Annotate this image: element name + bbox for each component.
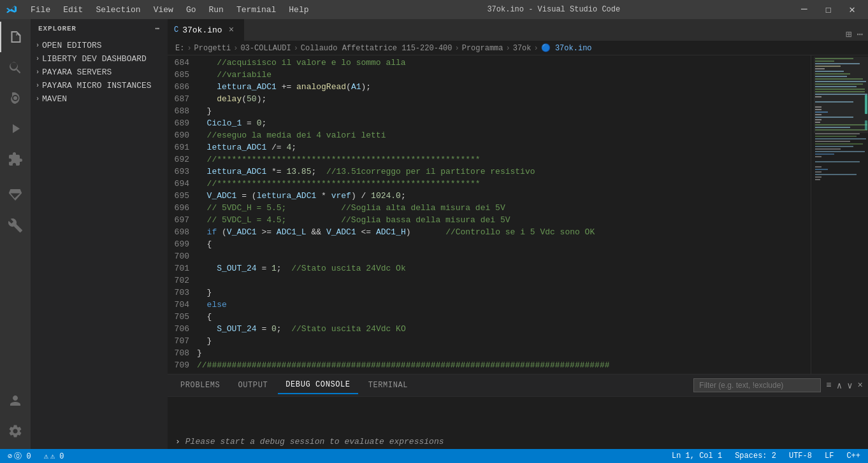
arrow-icon: › (36, 55, 40, 62)
sidebar: EXPLORER ⋯ › OPEN EDITORS › LIBERTY DEV … (31, 19, 168, 449)
svg-rect-35 (815, 153, 834, 155)
sidebar-item-liberty[interactable]: › LIBERTY DEV DASHBOARD (31, 52, 168, 66)
sidebar-item-source-control[interactable] (0, 83, 31, 113)
window-controls: ─ ☐ ✕ (793, 0, 863, 19)
code-line-708: } (194, 347, 811, 359)
more-tabs-icon[interactable]: ⋯ (857, 28, 863, 41)
sidebar-item-search[interactable] (0, 52, 31, 83)
menu-view[interactable]: View (148, 3, 178, 17)
code-content[interactable]: //acquisisco il valore e lo sommo alla /… (194, 55, 811, 374)
sidebar-item-testing[interactable] (0, 180, 31, 210)
status-left: ⊘ ⓪ 0 ⚠ ⚠ 0 (5, 451, 67, 462)
sidebar-item-payara-servers[interactable]: › PAYARA SERVERS (31, 66, 168, 79)
panel-tab-output[interactable]: OUTPUT (230, 377, 275, 394)
menu-terminal[interactable]: Terminal (231, 3, 281, 17)
sidebar-item-payara-micro[interactable]: › PAYARA MICRO INSTANCES (31, 79, 168, 92)
svg-rect-46 (865, 120, 867, 130)
sidebar-header: EXPLORER ⋯ (31, 19, 168, 38)
panel-tab-terminal[interactable]: TERMINAL (361, 377, 416, 394)
menu-edit[interactable]: Edit (58, 3, 88, 17)
svg-rect-38 (815, 166, 821, 167)
activity-bar-bottom (0, 385, 31, 449)
editor-tab-37ok[interactable]: C 37ok.ino × (168, 19, 244, 41)
breadcrumb-collaudo[interactable]: Collaudo Affettatrice 115-220-400 (301, 44, 452, 53)
arrow-icon: › (36, 69, 40, 76)
status-warnings[interactable]: ⚠ ⚠ 0 (41, 452, 67, 461)
svg-rect-37 (815, 161, 860, 162)
sidebar-title: EXPLORER (38, 25, 76, 32)
arrow-icon: › (36, 96, 40, 103)
breadcrumb-progetti[interactable]: Progetti (194, 44, 231, 53)
breadcrumb-programma[interactable]: Programma (462, 44, 503, 53)
sidebar-item-extensions[interactable] (0, 144, 31, 175)
breadcrumb-file[interactable]: 🔵 37ok.ino (541, 43, 592, 53)
close-button[interactable]: ✕ (841, 0, 863, 19)
status-right: Ln 1, Col 1 Spaces: 2 UTF-8 LF C++ (669, 452, 863, 460)
breadcrumb-37ok[interactable]: 37ok (513, 44, 532, 53)
indentation[interactable]: Spaces: 2 (732, 452, 779, 460)
vscode-logo (5, 3, 18, 16)
menu-go[interactable]: Go (181, 3, 201, 17)
breadcrumb: E: › Progetti › 03-COLLAUDI › Collaudo A… (168, 41, 868, 55)
panel-tab-problems[interactable]: PROBLEMS (173, 377, 228, 394)
code-line-709: //######################################… (194, 359, 811, 371)
tab-close-icon[interactable]: × (229, 25, 234, 35)
breadcrumb-collaudi[interactable]: 03-COLLAUDI (240, 44, 291, 53)
sidebar-item-debug[interactable] (0, 113, 31, 144)
code-line-697: // 5VDC_L = 4.5; //Soglia bassa della mi… (194, 214, 811, 226)
editor-area: C 37ok.ino × ⊞ ⋯ E: › Progetti › 03-COLL… (168, 19, 868, 449)
code-line-704: else (194, 299, 811, 311)
minimize-button[interactable]: ─ (793, 0, 815, 19)
code-line-694: //**************************************… (194, 178, 811, 190)
filter-input[interactable] (693, 378, 821, 392)
sidebar-item-tools[interactable] (0, 210, 31, 241)
menu-file[interactable]: File (25, 3, 55, 17)
code-line-692: //**************************************… (194, 153, 811, 166)
panel-collapse-icon[interactable]: ∧ (837, 380, 842, 391)
code-line-696: // 5VDC_H = 5.5; //Soglia alta della mis… (194, 202, 811, 214)
panel-tabs: PROBLEMS OUTPUT DEBUG CONSOLE TERMINAL ≡… (168, 374, 868, 397)
svg-rect-34 (815, 151, 865, 152)
debug-message: Please start a debug session to evaluate… (185, 437, 444, 446)
menu-help[interactable]: Help (284, 3, 314, 17)
line-numbers: 684 685 686 687 688 689 690 691 692 693 … (168, 55, 194, 374)
code-line-698: if (V_ADC1 >= ADC1_L && V_ADC1 <= ADC1_H… (194, 226, 811, 238)
arrow-icon: › (36, 82, 40, 89)
language-mode[interactable]: C++ (844, 452, 863, 460)
cursor-position[interactable]: Ln 1, Col 1 (669, 452, 725, 460)
code-line-695: V_ADC1 = (lettura_ADC1 * vref) / 1024.0; (194, 190, 811, 202)
menu-run[interactable]: Run (203, 3, 228, 17)
code-line-687: delay(50); (194, 93, 811, 105)
sidebar-item-label: PAYARA SERVERS (42, 68, 112, 77)
panel-close-icon[interactable]: × (858, 380, 863, 390)
window-title: 37ok.ino - Visual Studio Code (317, 5, 792, 14)
status-errors[interactable]: ⊘ ⓪ 0 (5, 451, 34, 462)
code-line-686: lettura_ADC1 += analogRead(A1); (194, 81, 811, 93)
panel-tab-debug-console[interactable]: DEBUG CONSOLE (278, 376, 358, 394)
svg-rect-28 (815, 136, 857, 137)
split-editor-icon[interactable]: ⊞ (846, 28, 852, 41)
sidebar-item-explorer[interactable] (0, 22, 31, 52)
settings-icon[interactable] (0, 416, 31, 446)
account-icon[interactable] (0, 385, 31, 416)
svg-rect-45 (865, 95, 867, 114)
code-line-706: S_OUT_24 = 0; //Stato uscita 24Vdc KO (194, 323, 811, 335)
code-line-689: Ciclo_1 = 0; (194, 117, 811, 129)
panel-expand-icon[interactable]: ∨ (847, 380, 852, 391)
line-ending[interactable]: LF (822, 452, 836, 460)
tab-bar: C 37ok.ino × ⊞ ⋯ (168, 19, 868, 41)
menu-selection[interactable]: Selection (90, 3, 145, 17)
breadcrumb-e[interactable]: E: (175, 44, 184, 53)
encoding[interactable]: UTF-8 (786, 452, 814, 460)
sidebar-item-open-editors[interactable]: › OPEN EDITORS (31, 39, 168, 52)
svg-rect-27 (815, 133, 860, 134)
sidebar-more-icon[interactable]: ⋯ (155, 24, 160, 32)
svg-rect-29 (815, 138, 866, 139)
error-count: ⓪ 0 (14, 451, 31, 462)
code-editor[interactable]: 684 685 686 687 688 689 690 691 692 693 … (168, 55, 868, 374)
panel-toggle-wordwrap[interactable]: ≡ (826, 380, 831, 390)
maximize-button[interactable]: ☐ (818, 0, 839, 19)
code-line-693: lettura_ADC1 *= 13.85; //13.51correggo p… (194, 166, 811, 178)
sidebar-item-maven[interactable]: › MAVEN (31, 92, 168, 106)
activity-bar (0, 19, 31, 449)
